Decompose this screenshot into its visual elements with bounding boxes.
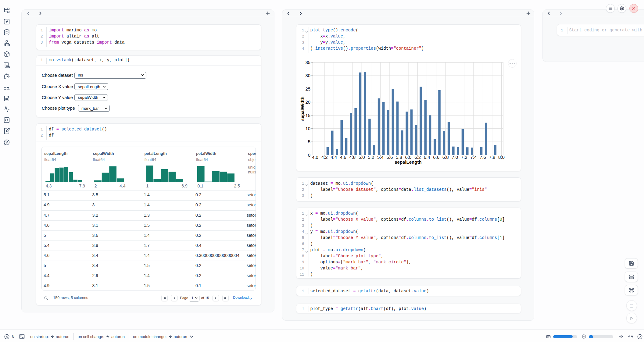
svg-text:7.8: 7.8 (489, 155, 496, 160)
svg-text:5.2: 5.2 (368, 155, 374, 160)
svg-text:6.6: 6.6 (433, 155, 440, 160)
svg-text:4.0: 4.0 (312, 155, 318, 160)
svg-text:5.8: 5.8 (396, 155, 402, 160)
svg-text:4.4: 4.4 (331, 155, 337, 160)
svg-text:10: 10 (306, 126, 311, 131)
svg-text:7.2: 7.2 (461, 155, 467, 160)
svg-text:5: 5 (308, 139, 310, 144)
svg-text:5.6: 5.6 (387, 155, 393, 160)
svg-text:25: 25 (306, 86, 311, 91)
svg-text:5.0: 5.0 (359, 155, 365, 160)
svg-text:7.6: 7.6 (480, 155, 486, 160)
svg-text:6.4: 6.4 (424, 155, 430, 160)
svg-text:6.8: 6.8 (442, 155, 449, 160)
svg-text:4.2: 4.2 (321, 155, 328, 160)
svg-text:6.0: 6.0 (405, 155, 412, 160)
svg-text:sepalWidth: sepalWidth (300, 97, 305, 121)
svg-text:5.4: 5.4 (377, 155, 384, 160)
svg-text:20: 20 (306, 99, 311, 105)
svg-text:15: 15 (306, 112, 311, 118)
svg-text:6.2: 6.2 (415, 155, 421, 160)
svg-text:0: 0 (308, 152, 310, 158)
svg-text:4.6: 4.6 (340, 155, 346, 160)
svg-text:7.0: 7.0 (452, 155, 458, 160)
svg-text:35: 35 (306, 60, 311, 65)
svg-text:8.0: 8.0 (498, 155, 505, 160)
svg-text:30: 30 (306, 73, 311, 78)
svg-text:7.4: 7.4 (470, 155, 477, 160)
svg-text:4.8: 4.8 (349, 155, 356, 160)
svg-text:sepalLength: sepalLength (395, 159, 422, 165)
